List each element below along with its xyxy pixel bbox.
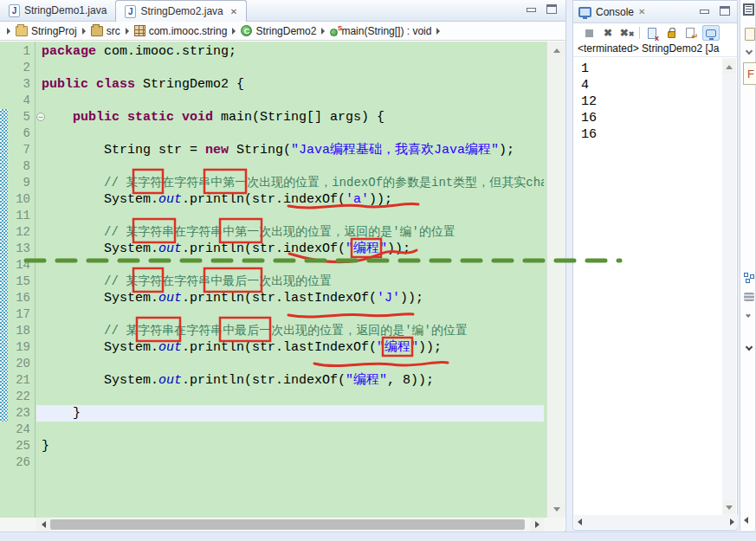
stack-icon[interactable] (744, 293, 754, 301)
breadcrumb-item[interactable]: CStringDemo2 (239, 25, 318, 37)
class-icon: C (241, 25, 252, 36)
clear-console-icon[interactable] (645, 27, 659, 40)
scroll-left-icon[interactable] (578, 518, 582, 525)
scroll-up-icon[interactable] (722, 60, 736, 74)
code-token: main(String[] args) { (213, 110, 384, 125)
line-number: 12 (8, 224, 30, 241)
code-editor[interactable]: 1234567891011121314151617181920212223242… (0, 42, 565, 518)
console-output[interactable]: 14121616 (573, 57, 737, 517)
scroll-down-icon[interactable] (550, 502, 564, 516)
remove-launch-icon[interactable]: ✖ (601, 27, 615, 40)
code-token: System. (42, 192, 158, 207)
console-output-line: 12 (581, 93, 597, 110)
code-line: // 某字符串在字符串中最后一次出现的位置，返回的是'编'的位置 (42, 323, 468, 339)
tab-close-icon[interactable]: ✕ (230, 7, 237, 16)
scroll-right-icon[interactable] (530, 518, 544, 531)
code-token (42, 274, 104, 289)
partial-button[interactable]: F (743, 62, 756, 85)
code-token: // 某字符串在字符串中第一次出现的位置，返回的是'编'的位置 (104, 225, 456, 239)
collapsed-view-strip: F (740, 0, 756, 531)
remove-all-terminated-icon[interactable]: ✖✖ (620, 27, 634, 40)
console-maximize-icon[interactable] (720, 6, 730, 16)
breadcrumb-item[interactable]: StringProj (14, 25, 79, 37)
code-token: , 8)); (387, 373, 434, 388)
console-pane: Console ✕ ✖ ✖✖ <terminated> StringDemo2 … (572, 0, 738, 531)
chevron-down-icon[interactable] (746, 344, 753, 351)
console-vertical-scrollbar[interactable] (722, 58, 736, 516)
code-token: 'J' (377, 291, 400, 306)
code-line: String str = new String("Java编程基础，我喜欢Jav… (42, 142, 514, 158)
scroll-down-icon[interactable] (722, 500, 736, 514)
method-range-indicator (0, 109, 8, 422)
java-file-icon: J (9, 4, 20, 17)
console-tab[interactable]: Console (596, 6, 634, 18)
console-toolbar: ✖ ✖✖ (573, 23, 737, 42)
scroll-right-icon[interactable] (730, 518, 734, 525)
console-output-line: 4 (581, 77, 589, 93)
console-minimize-icon[interactable] (700, 10, 709, 14)
code-token: System. (42, 291, 158, 306)
code-line: // 某字符串在字符串中第一次出现的位置，返回的是'编'的位置 (42, 224, 456, 241)
tab-stringdemo2[interactable]: J StringDemo2.java ✕ (115, 0, 247, 22)
scrollbar-thumb[interactable] (50, 519, 525, 530)
breadcrumb-label: com.imooc.string (149, 25, 228, 37)
line-number: 14 (8, 257, 30, 274)
code-token: out (158, 291, 182, 306)
chevron-down-icon[interactable] (746, 48, 753, 55)
code-token: // 某字符在字符串中第一次出现的位置，indexOf的参数是int类型，但其实… (104, 176, 544, 190)
code-token: )); (418, 340, 442, 355)
console-output-line: 16 (581, 126, 597, 143)
breadcrumb-arrow-icon (321, 28, 325, 35)
line-number: 24 (8, 422, 30, 438)
code-token: // 某字符串在字符串中最后一次出现的位置，返回的是'编'的位置 (104, 324, 468, 338)
code-token: String str = (42, 143, 205, 158)
code-token: "编程" (346, 373, 387, 388)
code-token: // 某字符在字符串中最后一次出现的位置 (104, 274, 332, 288)
scroll-left-icon[interactable] (36, 518, 50, 531)
code-token: new (205, 143, 229, 158)
console-output-line: 16 (581, 110, 597, 126)
tab-label: StringDemo1.java (24, 4, 107, 16)
maximize-icon[interactable] (546, 4, 557, 14)
editor-vertical-scrollbar[interactable] (546, 42, 565, 518)
console-horizontal-scrollbar[interactable] (574, 515, 738, 529)
code-token (42, 324, 104, 338)
line-number: 7 (8, 142, 30, 158)
line-number-gutter: 1234567891011121314151617181920212223242… (8, 42, 36, 518)
code-token: )); (400, 291, 423, 306)
scroll-left-icon[interactable] (744, 517, 748, 524)
clipboard-icon[interactable] (745, 28, 755, 41)
outline-view-icon[interactable] (744, 273, 755, 284)
code-token: .println(str.indexOf( (182, 192, 346, 207)
editor-horizontal-scrollbar[interactable] (0, 518, 565, 531)
line-number: 23 (8, 405, 30, 422)
scroll-up-icon[interactable] (550, 43, 564, 57)
line-number: 25 (8, 438, 30, 454)
code-token: StringDemo2 { (135, 77, 244, 92)
document-icon[interactable] (743, 3, 754, 16)
terminate-icon[interactable] (582, 27, 596, 40)
breadcrumb: StringProjsrccom.imooc.stringCStringDemo… (0, 22, 565, 41)
java-file-icon: J (125, 5, 136, 18)
line-number: 1 (8, 43, 30, 60)
line-number: 4 (8, 93, 30, 109)
display-selected-console-icon[interactable] (702, 25, 720, 41)
code-token: System. (42, 373, 158, 388)
show-on-output-icon[interactable] (683, 27, 697, 40)
tab-stringdemo1[interactable]: J StringDemo1.java (0, 0, 115, 21)
scroll-lock-icon[interactable] (664, 27, 678, 40)
line-number: 21 (8, 372, 30, 389)
code-token: System. (42, 340, 158, 355)
code-token: } (42, 439, 49, 454)
breadcrumb-item[interactable]: com.imooc.string (132, 25, 229, 37)
breadcrumb-arrow-icon (436, 28, 440, 35)
breadcrumb-item[interactable]: src (89, 25, 122, 37)
code-token: .println(str.lastIndexOf( (182, 340, 377, 355)
chevron-small-icon[interactable] (746, 312, 751, 318)
console-tab-close-icon[interactable]: ✕ (638, 7, 645, 16)
breadcrumb-item[interactable]: main(String[]) : void (328, 25, 433, 37)
breadcrumb-arrow-icon (82, 28, 86, 35)
code-line: System.out.println(str.lastIndexOf("编程")… (42, 339, 442, 356)
minimize-icon[interactable] (527, 8, 536, 12)
breadcrumb-label: main(String[]) : void (341, 25, 431, 37)
